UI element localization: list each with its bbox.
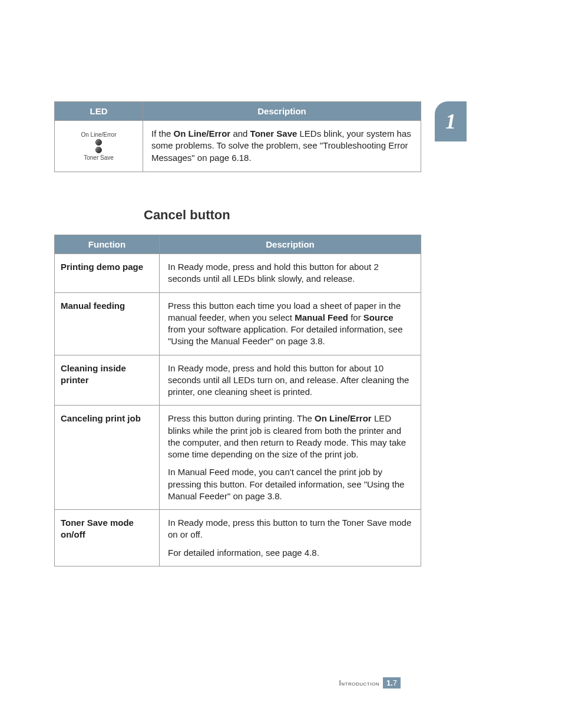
led-table-header-description: Description: [143, 102, 421, 121]
led-table-cell-description: If the On Line/Error and Toner Save LEDs…: [143, 121, 421, 172]
function-description-cell: In Ready mode, press and hold this butto…: [160, 254, 421, 293]
footer-page-number: 1.7: [383, 677, 401, 689]
function-table-header-description: Description: [160, 235, 421, 254]
desc-text: from your software application. For deta…: [168, 324, 403, 346]
section-heading: Cancel button: [144, 207, 421, 223]
led-diagram: On Line/Error Toner Save: [63, 128, 134, 164]
page-content: LED Description On Line/Error Toner Save: [54, 101, 421, 566]
function-table-row: Printing demo pageIn Ready mode, press a…: [55, 254, 421, 293]
description-paragraph: In Ready mode, press this button to turn…: [168, 517, 412, 541]
desc-text: for: [348, 312, 363, 322]
desc-bold: Source: [363, 312, 394, 322]
led-label-online-error: On Line/Error: [81, 131, 116, 138]
function-name-cell: Manual feeding: [55, 292, 160, 355]
function-table-row: Toner Save mode on/offIn Ready mode, pre…: [55, 510, 421, 566]
description-paragraph: Press this button during printing. The O…: [168, 413, 412, 460]
function-name-cell: Cleaning inside printer: [55, 355, 160, 406]
function-table-row: Canceling print jobPress this button dur…: [55, 406, 421, 510]
desc-text: In Ready mode, press and hold this butto…: [168, 262, 379, 284]
led-table: LED Description On Line/Error Toner Save: [54, 101, 421, 172]
function-table-header-function: Function: [55, 235, 160, 254]
led-label-toner-save: Toner Save: [84, 154, 114, 161]
function-name-cell: Printing demo page: [55, 254, 160, 293]
desc-text: In Manual Feed mode, you can't cancel th…: [168, 467, 404, 501]
desc-bold: On Line/Error: [174, 129, 231, 139]
description-paragraph: In Manual Feed mode, you can't cancel th…: [168, 466, 412, 502]
function-description-cell: Press this button during printing. The O…: [160, 406, 421, 510]
desc-text: and: [230, 129, 250, 139]
function-table-row: Manual feedingPress this button each tim…: [55, 292, 421, 355]
function-name-cell: Toner Save mode on/off: [55, 510, 160, 566]
function-name-cell: Canceling print job: [55, 406, 160, 510]
chapter-number: 1: [445, 109, 456, 134]
footer-page-major: 1.: [386, 678, 393, 687]
description-paragraph: For detailed information, see page 4.8.: [168, 547, 412, 559]
led-table-cell-led: On Line/Error Toner Save: [55, 121, 143, 172]
desc-text: Press this button during printing. The: [168, 413, 315, 423]
led-table-row: On Line/Error Toner Save If the On Line/…: [55, 121, 421, 172]
function-table-row: Cleaning inside printerIn Ready mode, pr…: [55, 355, 421, 406]
desc-text: In Ready mode, press this button to turn…: [168, 518, 411, 539]
desc-bold: Manual Feed: [295, 312, 348, 322]
page: 1 LED Description On Line/Error: [0, 0, 562, 728]
page-footer: Introduction 1.7: [339, 677, 401, 689]
function-table: Function Description Printing demo pageI…: [54, 235, 421, 566]
chapter-tab: 1: [435, 101, 467, 141]
footer-section-name: Introduction: [339, 679, 379, 687]
function-description-cell: Press this button each time you load a s…: [160, 292, 421, 355]
description-paragraph: In Ready mode, press and hold this butto…: [168, 261, 412, 285]
led-dot-icon: [95, 147, 102, 153]
led-dot-icon: [95, 139, 102, 146]
description-paragraph: In Ready mode, press and hold this butto…: [168, 363, 412, 398]
footer-page-minor: 7: [393, 678, 399, 687]
led-table-header-led: LED: [55, 102, 143, 121]
desc-text: If the: [151, 129, 174, 139]
function-description-cell: In Ready mode, press and hold this butto…: [160, 355, 421, 406]
desc-bold: Toner Save: [250, 129, 297, 139]
desc-bold: On Line/Error: [315, 413, 372, 423]
desc-text: For detailed information, see page 4.8.: [168, 548, 319, 558]
desc-text: In Ready mode, press and hold this butto…: [168, 363, 409, 397]
function-description-cell: In Ready mode, press this button to turn…: [160, 510, 421, 566]
description-paragraph: Press this button each time you load a s…: [168, 300, 412, 348]
